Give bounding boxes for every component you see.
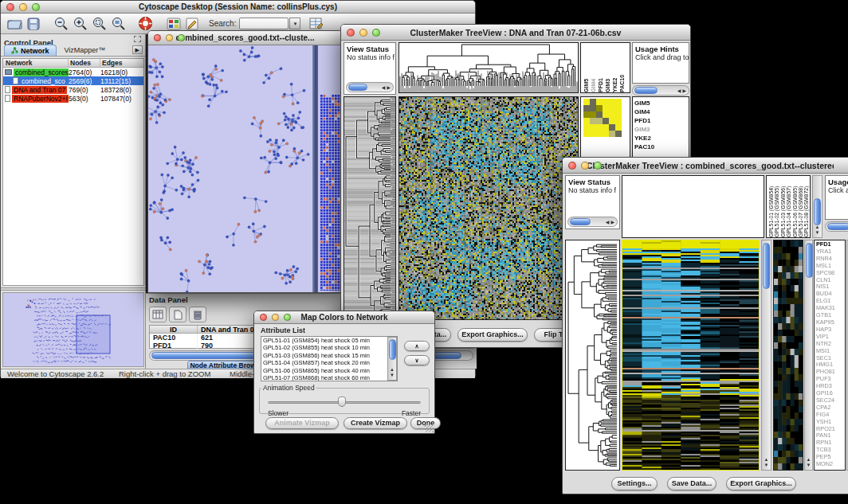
matrix-cell[interactable] — [583, 99, 590, 105]
birdseye-canvas[interactable] — [3, 293, 143, 366]
matrix-cell[interactable] — [583, 124, 590, 131]
network-row[interactable]: DNA and Tran 07769(0)183728(0) — [3, 85, 143, 94]
zoom-window-icon[interactable] — [372, 29, 380, 37]
create-vizmap-button[interactable]: Create Vizmap — [344, 417, 407, 429]
zoom-selected-icon[interactable] — [89, 15, 108, 33]
main-titlebar[interactable]: Cytoscape Desktop (Session Name: collins… — [1, 1, 475, 14]
move-down-button[interactable]: ∨ — [404, 355, 430, 365]
col-nodes[interactable]: Nodes — [69, 59, 100, 67]
scroll-left-icon[interactable]: ◀ — [382, 84, 386, 90]
tv2-column-tree-area[interactable] — [622, 175, 764, 238]
scroll-down-icon[interactable]: ▼ — [807, 463, 811, 468]
zoom-window-icon[interactable] — [594, 162, 602, 170]
matrix-cell[interactable] — [590, 111, 596, 118]
minimize-icon[interactable] — [359, 29, 367, 37]
zoom-window-icon[interactable] — [284, 314, 291, 321]
matrix-cell[interactable] — [615, 131, 622, 137]
scroll-thumb[interactable] — [348, 84, 367, 91]
matrix-cell[interactable] — [609, 131, 615, 137]
scroll-thumb[interactable] — [806, 243, 813, 278]
close-icon[interactable] — [568, 162, 576, 170]
close-icon[interactable] — [260, 314, 267, 321]
search-input[interactable] — [239, 18, 289, 29]
zoom-out-icon[interactable] — [51, 15, 70, 33]
open-file-icon[interactable] — [5, 15, 24, 33]
scroll-right-icon[interactable]: ▶ — [610, 219, 614, 225]
close-icon[interactable] — [6, 3, 14, 11]
network-row[interactable]: combined_sco2569(6)13112(15) — [3, 76, 143, 85]
matrix-cell[interactable] — [596, 118, 603, 124]
close-icon[interactable] — [154, 34, 161, 41]
scroll-left-icon[interactable]: ◀ — [606, 219, 610, 225]
matrix-cell[interactable] — [609, 118, 615, 124]
tv2-heatmap-vscroll[interactable]: ▲▼ — [761, 240, 771, 471]
list-item[interactable]: GPL51-03 (GSM856) heat shock 15 min — [261, 352, 387, 359]
tv2-row-dendrogram[interactable] — [565, 240, 620, 471]
matrix-cell[interactable] — [596, 99, 603, 105]
minimize-icon[interactable] — [581, 162, 589, 170]
scroll-down-icon[interactable]: ▼ — [815, 230, 820, 236]
float-panel-icon[interactable] — [134, 36, 141, 42]
matrix-cell[interactable] — [583, 111, 590, 118]
matrix-cell[interactable] — [596, 124, 603, 131]
zoom-window-icon[interactable] — [178, 34, 185, 41]
matrix-cell[interactable] — [603, 111, 609, 118]
new-attribute-icon[interactable] — [169, 307, 186, 322]
matrix-cell[interactable] — [603, 118, 609, 124]
matrix-cell[interactable] — [590, 105, 596, 111]
tv1-heatmap[interactable] — [398, 96, 579, 320]
resize-grip[interactable] — [425, 424, 434, 432]
tv2-status-hscroll[interactable]: ◀▶ — [567, 217, 618, 227]
scroll-thumb[interactable] — [763, 243, 770, 289]
network-view-titlebar[interactable]: combined_scores_good.txt--cluste... — [148, 31, 342, 45]
col-network[interactable]: Network — [3, 59, 69, 67]
attribute-list-vscroll[interactable]: ▲▼ — [387, 337, 397, 381]
matrix-cell[interactable] — [596, 131, 603, 137]
scroll-thumb[interactable] — [827, 223, 848, 230]
save-data-button[interactable]: Save Data... — [667, 477, 716, 490]
matrix-cell[interactable] — [615, 118, 622, 124]
matrix-cell[interactable] — [590, 131, 596, 137]
minimize-icon[interactable] — [272, 314, 279, 321]
tv1-column-dendrogram[interactable] — [398, 42, 579, 93]
list-item[interactable]: GPL51-01 (GSM854) heat shock 05 min — [261, 337, 387, 344]
matrix-cell[interactable] — [583, 131, 590, 137]
tv2-collabel-vscroll[interactable]: ▲▼ — [812, 175, 822, 238]
matrix-cell[interactable] — [583, 105, 590, 111]
tv1-hints-hscroll[interactable]: ◀▶ — [632, 85, 689, 96]
treeview2-titlebar[interactable]: ClusterMaker TreeView : combined_scores_… — [563, 158, 848, 174]
scroll-up-icon[interactable]: ▲ — [815, 225, 820, 230]
matrix-cell[interactable] — [590, 124, 596, 131]
tv1-zoom-matrix[interactable] — [583, 99, 622, 137]
zoom-fit-icon[interactable] — [108, 15, 128, 33]
scroll-thumb[interactable] — [570, 218, 591, 225]
tv1-row-dendrogram[interactable] — [344, 96, 396, 320]
network-row[interactable]: RNAPuberNov2+I563(0)107847(0) — [3, 94, 143, 103]
select-attributes-icon[interactable] — [149, 307, 167, 322]
tab-vizmapper[interactable]: VizMapper™ — [57, 45, 114, 56]
dialog-titlebar[interactable]: Map Colors to Network — [254, 311, 434, 324]
animate-vizmap-button[interactable]: Animate Vizmap — [265, 417, 339, 429]
tab-overflow-icon[interactable]: ▶ — [132, 45, 143, 54]
close-icon[interactable] — [347, 29, 355, 37]
matrix-cell[interactable] — [596, 111, 603, 118]
export-graphics-button[interactable]: Export Graphics... — [457, 328, 528, 342]
tv1-status-hscroll[interactable]: ◀▶ — [346, 82, 394, 92]
dense-cluster-canvas[interactable] — [320, 95, 342, 291]
matrix-cell[interactable] — [596, 105, 603, 111]
matrix-cell[interactable] — [609, 99, 615, 105]
move-up-button[interactable]: ∧ — [404, 341, 430, 351]
list-item[interactable]: GPL51-07 (GSM868) heat shock 60 min — [261, 374, 387, 381]
scroll-thumb[interactable] — [634, 87, 658, 94]
search-dropdown-icon[interactable]: ▼ — [289, 18, 300, 29]
scroll-down-icon[interactable]: ▼ — [764, 463, 769, 468]
delete-attribute-icon[interactable] — [189, 307, 206, 322]
matrix-cell[interactable] — [609, 111, 615, 118]
scroll-down-icon[interactable]: ▼ — [390, 373, 395, 378]
scroll-right-icon[interactable]: ▶ — [387, 84, 391, 90]
matrix-cell[interactable] — [603, 105, 609, 111]
scroll-thumb[interactable] — [814, 198, 821, 225]
matrix-cell[interactable] — [609, 105, 615, 111]
tv2-zoom-heatmap[interactable] — [773, 240, 803, 471]
network-graph-canvas[interactable] — [148, 45, 312, 292]
